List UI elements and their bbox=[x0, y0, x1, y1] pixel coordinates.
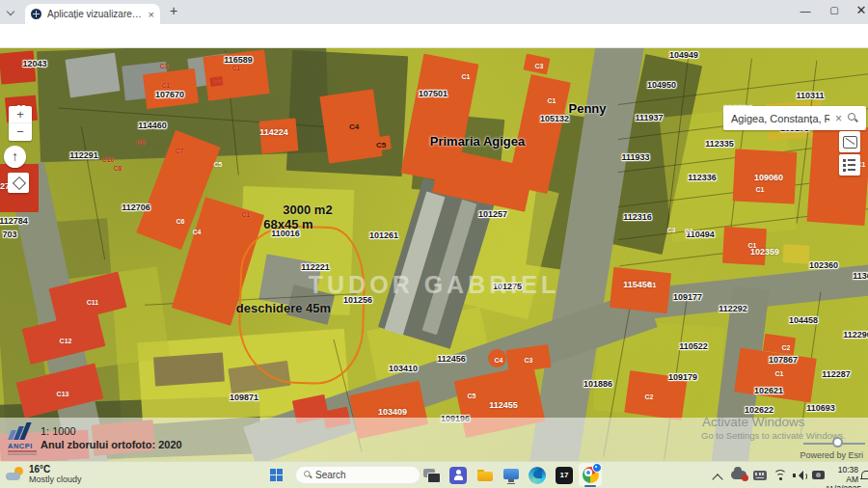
weather-desc: Mostly cloudy bbox=[29, 474, 82, 484]
map-shape bbox=[733, 149, 798, 203]
map-shape bbox=[610, 267, 671, 313]
taskbar-search-placeholder: Search bbox=[315, 470, 346, 480]
file-explorer-button[interactable] bbox=[475, 465, 496, 486]
scale-slider-handle[interactable] bbox=[832, 437, 843, 447]
taskbar-clock[interactable]: 10:38 AM 11/3/2025 bbox=[826, 465, 858, 488]
volume-icon[interactable] bbox=[793, 471, 804, 480]
map-shape bbox=[783, 244, 810, 263]
clock-time: 10:38 AM bbox=[826, 465, 858, 484]
desktop: Aplicație vizualizare imobile × + — ▢ ✕ … bbox=[0, 0, 868, 488]
map-shape bbox=[524, 54, 551, 75]
new-tab-button[interactable]: + bbox=[166, 4, 181, 19]
chrome-badge-icon bbox=[592, 463, 602, 473]
window-maximize-button[interactable]: ▢ bbox=[820, 0, 849, 23]
camera-icon[interactable] bbox=[812, 471, 825, 479]
search-clear-icon[interactable]: × bbox=[829, 112, 848, 125]
parcel-label: 101261 bbox=[369, 230, 398, 240]
taskbar-weather-widget[interactable]: 16°C Mostly cloudy bbox=[6, 464, 82, 484]
parcel-label: 110311 bbox=[796, 91, 824, 100]
system-monitor-button[interactable] bbox=[501, 465, 522, 486]
basemap-button[interactable] bbox=[839, 131, 860, 152]
search-icon bbox=[304, 471, 312, 479]
browser-tab[interactable]: Aplicație vizualizare imobile × bbox=[25, 4, 160, 24]
parcel-boundary-line bbox=[619, 252, 734, 267]
wifi-icon[interactable] bbox=[773, 470, 787, 480]
weather-temp: 16°C bbox=[29, 464, 82, 474]
parcel-label: 104458 bbox=[789, 315, 818, 325]
map-watermark: TUDOR GABRIEL bbox=[309, 271, 559, 299]
map-shape bbox=[0, 50, 36, 84]
chrome-button[interactable] bbox=[580, 464, 601, 485]
teams-button[interactable] bbox=[448, 465, 469, 486]
ancpi-logo: ANCPI bbox=[8, 422, 41, 457]
locate-button[interactable] bbox=[8, 173, 29, 193]
map-shape bbox=[153, 353, 225, 387]
zoom-control: + − bbox=[9, 106, 32, 141]
edge-icon bbox=[529, 467, 546, 484]
ancpi-logo-text: ANCPI bbox=[8, 442, 33, 450]
edge-button[interactable] bbox=[527, 465, 548, 486]
activate-windows-subtext: Go to Settings to activate Windows. bbox=[701, 430, 846, 441]
site-favicon bbox=[31, 9, 41, 19]
map-shape bbox=[624, 370, 688, 420]
tab-search-chevron-icon[interactable] bbox=[8, 9, 14, 15]
search-icon[interactable] bbox=[848, 113, 858, 123]
esri-credit: Powered by Esri bbox=[800, 450, 863, 460]
basemap-icon bbox=[843, 136, 857, 149]
compass-button[interactable]: ↑ bbox=[4, 146, 26, 168]
legend-icon bbox=[843, 159, 846, 162]
map-canvas[interactable]: 1204308274311278470311658910767011446011… bbox=[0, 48, 868, 461]
task-view-button[interactable] bbox=[420, 465, 442, 486]
map-shape bbox=[259, 118, 299, 153]
teams-icon bbox=[449, 467, 467, 484]
building-label: C8 bbox=[114, 165, 122, 172]
legend-button[interactable] bbox=[839, 154, 860, 176]
parcel-label: 104949 bbox=[669, 50, 698, 60]
ortho-year-text: Anul zborului ortofoto: 2020 bbox=[41, 439, 182, 450]
zoom-in-button[interactable]: + bbox=[9, 106, 32, 123]
tab-close-icon[interactable]: × bbox=[149, 9, 154, 20]
map-info-band: ANCPI 1: 1000 Anul zborului ortofoto: 20… bbox=[0, 418, 868, 461]
map-search-value[interactable]: Agigea, Constanța, ROU bbox=[723, 113, 829, 124]
selected-parcel-outline[interactable] bbox=[236, 224, 367, 386]
notifications-icon[interactable] bbox=[861, 471, 868, 479]
activate-windows-text: Activate Windows bbox=[702, 415, 805, 429]
app-17-button[interactable]: 17 bbox=[554, 465, 575, 486]
parcel-label: 112287 bbox=[822, 369, 851, 379]
zoom-out-button[interactable]: − bbox=[9, 123, 32, 140]
map-shape bbox=[143, 68, 199, 109]
tab-title: Aplicație vizualizare imobile bbox=[47, 9, 145, 19]
weather-icon bbox=[6, 466, 25, 483]
map-shape bbox=[65, 53, 120, 98]
map-search-box[interactable]: Agigea, Constanța, ROU × bbox=[723, 106, 866, 130]
map-shape bbox=[722, 227, 767, 265]
keyboard-icon[interactable] bbox=[753, 471, 767, 480]
locate-diamond-icon bbox=[12, 176, 25, 190]
map-shape bbox=[203, 49, 269, 100]
map-scale-text: 1: 1000 bbox=[41, 425, 76, 437]
parcel-label: 112290 bbox=[843, 330, 868, 339]
onedrive-alert-icon[interactable] bbox=[731, 471, 746, 479]
map-shape bbox=[210, 76, 224, 87]
chrome-open-indicator bbox=[584, 485, 596, 487]
taskbar-search[interactable]: Search bbox=[295, 466, 420, 484]
browser-toolbar: ← → geoportal.ancpi.ro/imobile.html ☆ bbox=[0, 24, 868, 48]
browser-tab-bar: Aplicație vizualizare imobile × + — ▢ ✕ bbox=[0, 0, 868, 24]
window-minimize-button[interactable]: — bbox=[791, 0, 820, 23]
parcel-label: 110693 bbox=[806, 403, 835, 413]
map-shape bbox=[488, 349, 506, 367]
app-17-icon: 17 bbox=[556, 467, 573, 484]
clock-date: 11/3/2025 bbox=[826, 484, 858, 488]
start-button[interactable] bbox=[270, 469, 283, 481]
window-close-button[interactable]: ✕ bbox=[847, 0, 868, 23]
map-shape bbox=[319, 89, 382, 163]
